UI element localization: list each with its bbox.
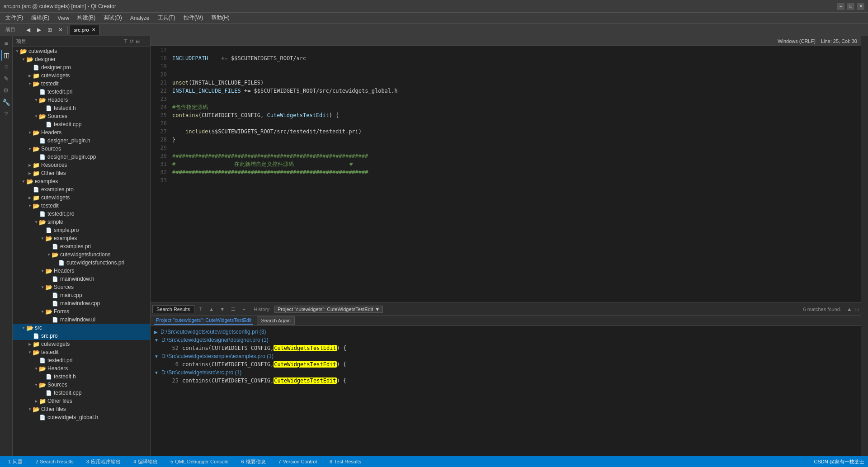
tree-item-testeditpri[interactable]: 📄testedit.pri [13,356,150,364]
back-button[interactable]: ◀ [23,25,33,35]
bottom-tab-searchresults[interactable]: 2 Search Results [31,458,78,465]
bottom-tab-versioncontrol[interactable]: 7 Version Control [274,458,321,465]
close-button[interactable]: ✕ [857,3,864,10]
tree-item-testedith[interactable]: 📄testedit.h [13,104,150,112]
search-detach-btn[interactable]: □ [856,306,859,312]
tree-item-src[interactable]: ▼📂src [13,324,150,332]
tree-item-sources[interactable]: ▼📂Sources [13,283,150,291]
maximize-button[interactable]: □ [847,3,854,10]
bottom-tab-[interactable]: 3 应用程序输出 [82,458,125,466]
tree-item-maincpp[interactable]: 📄main.cpp [13,291,150,299]
tree-item-testeditpri[interactable]: 📄testedit.pri [13,88,150,96]
tree-item-otherfiles[interactable]: ▶📁Other files [13,169,150,177]
tree-item-examplespro[interactable]: 📄examples.pro [13,185,150,193]
search-result-file[interactable]: ▼D:\Src\cutewidgets\src\src.pro (1) [151,368,861,377]
search-result-file[interactable]: ▼D:\Src\cutewidgets\examples\examples.pr… [151,352,861,360]
tree-item-examplespri[interactable]: 📄examples.pri [13,242,150,250]
tree-item-sources[interactable]: ▼📂Sources [13,381,150,389]
detach-icon[interactable]: □ [856,306,859,312]
tree-item-sources[interactable]: ▼📂Sources [13,145,150,153]
tree-item-testedit[interactable]: ▼📂testedit [13,348,150,356]
tree-item-cutewidgets[interactable]: ▶📁cutewidgets [13,71,150,80]
bottom-tab-[interactable]: 4 编译输出 [129,458,162,466]
tree-item-mainwindowui[interactable]: 📄mainwindow.ui [13,316,150,324]
sidebar-icon-help[interactable]: ? [1,108,12,119]
sidebar-icon-edit[interactable]: ≡ [1,61,12,72]
tree-item-cutewidgetsfunctions[interactable]: ▼📂cutewidgetsfunctions [13,250,150,259]
collapse-icon[interactable]: ⊟ [136,38,140,44]
split-button[interactable]: ⊞ [45,25,55,35]
tree-item-mainwindowcpp[interactable]: 📄mainwindow.cpp [13,299,150,307]
bottom-tab-[interactable]: 6 概要信息 [236,458,270,466]
tree-item-headers[interactable]: ▼📂Headers [13,128,150,137]
search-prev-btn[interactable]: ▲ [207,305,216,314]
sidebar-icon-projects[interactable]: ◫ [1,50,12,61]
sidebar-icon-build[interactable]: ⚙ [1,85,12,96]
minimize-button[interactable]: – [837,3,844,10]
menu-item-b[interactable]: 构建(B) [74,13,99,23]
tree-item-simple[interactable]: ▼📂simple [13,218,150,226]
search-tab-active[interactable]: Project "cutewidgets": CuteWidgetsTestEd… [154,316,253,325]
tree-item-cutewidgetsglobalh[interactable]: 📄cutewidgets_global.h [13,413,150,421]
tree-item-designerpro[interactable]: 📄designer.pro [13,63,150,71]
tree-item-designerplugincpp[interactable]: 📄designer_plugin.cpp [13,153,150,161]
tree-item-sources[interactable]: ▼📂Sources [13,112,150,120]
code-content[interactable]: INCLUDEPATH += $$SCUTEWIDGETS_ROOT/srcun… [169,46,861,302]
search-options-btn[interactable]: ☰ [229,305,238,314]
tree-item-cutewidgets[interactable]: ▶📁cutewidgets [13,193,150,202]
bottom-tab-qmldebuggerconsole[interactable]: 5 QML Debugger Console [166,458,233,465]
sidebar-icon-menu[interactable]: ≡ [1,38,12,49]
tree-item-cutewidgetsfunctionspri[interactable]: 📄cutewidgetsfunctions.pri [13,259,150,267]
close-all-button[interactable]: ✕ [56,25,66,35]
menu-item-analyze[interactable]: Analyze [127,14,153,22]
tree-item-forms[interactable]: ▼📂Forms [13,307,150,316]
search-result-line[interactable]: 25 contains(CUTEWIDGETS_CONFIG, CuteWidg… [151,377,861,385]
tab-close-icon[interactable]: ✕ [92,27,95,32]
sidebar-icon-debug[interactable]: 🔧 [1,97,12,108]
menu-item-e[interactable]: 编辑(E) [28,13,53,23]
search-next-btn[interactable]: ▼ [218,305,227,314]
sidebar-icon-design[interactable]: ✎ [1,73,12,84]
search-results-tab[interactable]: Search Results [152,305,194,313]
menu-item-d[interactable]: 调试(D) [100,13,126,23]
tree-item-examples[interactable]: ▼📂examples [13,234,150,242]
tree-item-headers[interactable]: ▼📂Headers [13,267,150,275]
tree-item-mainwindowh[interactable]: 📄mainwindow.h [13,275,150,283]
tree-item-resources[interactable]: ▶📁Resources [13,161,150,169]
tree-item-testedit[interactable]: ▼📂testedit [13,202,150,210]
tree-item-cutewidgets[interactable]: ▶📁cutewidgets [13,340,150,348]
sync-icon[interactable]: ⟳ [130,38,134,44]
tree-item-simplepro[interactable]: 📄simple.pro [13,226,150,234]
tree-item-testeditcpp[interactable]: 📄testedit.cpp [13,389,150,397]
bottom-tab-[interactable]: 1 问题 [4,458,27,466]
menu-item-view[interactable]: View [54,14,73,22]
search-result-line[interactable]: 52 contains(CUTEWIDGETS_CONFIG, CuteWidg… [151,344,861,352]
filter-icon[interactable]: ⊤ [123,38,128,44]
menu-item-w[interactable]: 控件(W) [180,13,207,23]
tree-item-srcpro[interactable]: 📄src.pro [13,332,150,340]
menu-item-t[interactable]: 工具(T) [154,13,179,23]
tree-item-otherfiles[interactable]: ▼📂Other files [13,405,150,413]
tree-item-designer[interactable]: ▼📂designer [13,55,150,63]
more-icon[interactable]: ⋮ [142,38,146,44]
tree-item-testedith[interactable]: 📄testedit.h [13,373,150,381]
tree-item-examples[interactable]: ▼📂examples [13,177,150,185]
tree-item-headers[interactable]: ▼📂Headers [13,96,150,104]
menu-item-f[interactable]: 文件(F) [2,13,27,23]
search-new-btn[interactable]: + [240,305,249,314]
search-close-btn[interactable]: ▲ [847,306,852,312]
search-filter-btn[interactable]: ⊤ [196,305,205,314]
editor-tab-srcpro[interactable]: src.pro ✕ [70,25,99,35]
tree-item-headers[interactable]: ▼📂Headers [13,364,150,373]
search-result-file[interactable]: ▼D:\Src\cutewidgets\designer\designer.pr… [151,336,861,344]
tree-item-testeditpro[interactable]: 📄testedit.pro [13,210,150,218]
search-result-line[interactable]: 6 contains(CUTEWIDGETS_CONFIG, CuteWidge… [151,360,861,368]
menu-item-h[interactable]: 帮助(H) [208,13,233,23]
search-history-dropdown[interactable]: Project "cutewidgets": CuteWidgetsTestEd… [274,306,383,313]
search-result-file[interactable]: ▶D:\Src\cutewidgets\cutewidgetsconfig.pr… [151,328,861,336]
search-again-button[interactable]: Search Again [257,316,294,325]
close-panel-icon[interactable]: ▲ [847,306,852,312]
code-editor[interactable]: 1718192021222324252627282930313233 INCLU… [151,46,861,302]
tree-item-otherfiles[interactable]: ▶📁Other files [13,397,150,405]
tree-item-designerpluginh[interactable]: 📄designer_plugin.h [13,137,150,145]
